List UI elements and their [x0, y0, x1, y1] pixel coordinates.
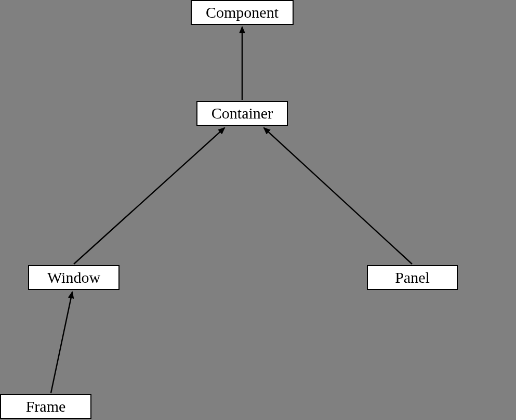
node-container-label: Container [211, 104, 273, 122]
edge-frame-to-window [51, 292, 72, 393]
node-frame: Frame [0, 394, 91, 419]
node-frame-label: Frame [26, 398, 66, 415]
node-panel: Panel [367, 265, 458, 290]
node-container: Container [196, 101, 288, 126]
node-component: Component [191, 0, 294, 25]
diagram-arrows [0, 0, 516, 420]
edge-panel-to-container [264, 128, 412, 264]
node-panel-label: Panel [395, 269, 430, 286]
node-window: Window [28, 265, 120, 290]
node-window-label: Window [47, 269, 100, 286]
node-component-label: Component [206, 4, 279, 21]
edge-window-to-container [74, 128, 224, 264]
